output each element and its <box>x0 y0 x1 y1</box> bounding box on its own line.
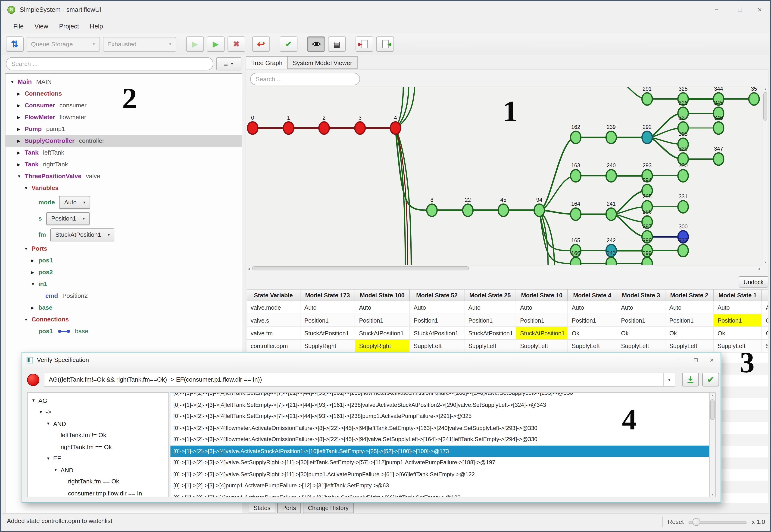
graph-node-94[interactable] <box>534 204 545 216</box>
formula-tree[interactable]: ▼AG▼->▼ANDleftTank.fm != OkrightTank.fm … <box>27 392 169 497</box>
scroll-up-icon[interactable]: ▲ <box>711 394 714 397</box>
formula-tree-item[interactable]: ▼AND <box>28 464 169 476</box>
graph-node-162[interactable] <box>571 131 581 143</box>
graph-node-292[interactable] <box>642 131 652 143</box>
tree-item-variables[interactable]: ▼Variables <box>5 182 242 194</box>
trace-row[interactable]: [0]->[1]->[2]->[3]->[4]leftTank.SetEmpty… <box>170 392 715 399</box>
column-header[interactable]: Model State 100 <box>355 289 410 301</box>
chevron-right-icon[interactable]: ▶ <box>17 162 25 167</box>
watch-button[interactable] <box>307 36 325 52</box>
chevron-down-icon[interactable]: ▼ <box>54 468 61 472</box>
chevron-down-icon[interactable]: ▼ <box>10 80 18 84</box>
chevron-right-icon[interactable]: ▶ <box>17 150 25 155</box>
table-row[interactable]: valve.sPosition1Position1Position1Positi… <box>247 314 768 327</box>
chevron-down-icon[interactable]: ▼ <box>39 410 46 414</box>
title-bar[interactable]: SimpleSystem - smartlflowUI − □ × <box>1 1 770 19</box>
graph-node-330[interactable] <box>678 170 688 182</box>
chevron-right-icon[interactable]: ▶ <box>17 115 25 119</box>
chevron-right-icon[interactable]: ▶ <box>17 139 25 143</box>
scroll-down-icon[interactable]: ▼ <box>764 261 767 264</box>
column-header[interactable]: Model State 10 <box>516 289 568 301</box>
undo-button[interactable]: ↩ <box>252 36 270 52</box>
tree-item-pos1[interactable]: ▶pos1 <box>5 255 242 266</box>
tree-item-base[interactable]: ▶base <box>5 302 242 314</box>
tree-item-s[interactable]: sPosition1▼ <box>5 210 242 227</box>
scroll-up-icon[interactable]: ▲ <box>764 88 767 91</box>
tree-item-ports[interactable]: ▼Ports <box>5 243 242 255</box>
menu-project[interactable]: Project <box>54 23 84 30</box>
menu-view[interactable]: View <box>29 23 53 30</box>
dropdown-fm[interactable]: StuckAtPosition1▼ <box>50 228 115 241</box>
graph-node-4[interactable] <box>390 122 401 134</box>
formula-tree-item[interactable]: ▼AND <box>28 418 169 429</box>
chevron-right-icon[interactable]: ▶ <box>17 127 25 131</box>
save-trace-button[interactable] <box>682 373 699 387</box>
graph-node-240[interactable] <box>606 170 616 182</box>
column-header[interactable]: State Variable <box>247 289 300 301</box>
chevron-down-icon[interactable]: ▼ <box>31 282 38 286</box>
tree-item-cmd[interactable]: cmdPosition2 <box>5 290 242 302</box>
graph-vertical-scrollbar[interactable]: ▲ ▼ <box>762 87 768 265</box>
graph-node-35[interactable] <box>749 93 759 105</box>
report-button[interactable]: ▤ <box>328 36 346 52</box>
trace-row[interactable]: [0]->[1]->[2]->[3]->[4]valve.ActivateStu… <box>170 445 715 457</box>
trace-row[interactable]: [0]->[1]->[2]->[3]->[4]pump1.ActivatePum… <box>170 492 715 497</box>
graph-node-45[interactable] <box>498 204 509 216</box>
graph-node-0[interactable] <box>247 122 258 134</box>
tab-system-model-viewer[interactable]: System Model Viewer <box>287 56 358 69</box>
column-header[interactable]: Model State 4 <box>568 289 617 301</box>
formula-tree-item[interactable]: rightTank.fm == Ok <box>28 441 169 453</box>
column-header[interactable]: Model State 173 <box>300 289 355 301</box>
graph-node-347[interactable] <box>713 153 724 165</box>
chevron-right-icon[interactable]: ▶ <box>31 258 38 263</box>
graph-node-243[interactable] <box>606 257 616 265</box>
scroll-right-icon[interactable]: ▶ <box>759 267 761 270</box>
trace-row[interactable]: [0]->[1]->[2]->[3]->[4]valve.SetSupplyRi… <box>170 457 715 469</box>
chevron-down-icon[interactable]: ▼ <box>24 186 31 190</box>
tree-options-button[interactable]: ≡ ▼ <box>216 57 241 70</box>
graph-node-2[interactable] <box>319 122 329 134</box>
state-table[interactable]: valve.modeAutoAutoAutoAutoAutoAutoAutoAu… <box>247 301 768 352</box>
close-button[interactable]: × <box>753 4 766 16</box>
tree-item-pump[interactable]: ▶Pumppump1 <box>5 123 242 135</box>
column-header[interactable]: Model State 52 <box>410 289 464 301</box>
confirm-button[interactable]: ✔ <box>280 36 298 52</box>
chevron-down-icon[interactable]: ▼ <box>46 456 53 461</box>
tree-item-threepositionvalve[interactable]: ▼ThreePositionValvevalve <box>5 170 242 182</box>
tree-item-pos1[interactable]: pos1base <box>5 325 242 337</box>
chevron-down-icon[interactable]: ▼ <box>31 398 38 403</box>
model-combo[interactable]: Queue Storage▼ <box>27 37 100 52</box>
import-button[interactable]: ◀ <box>376 36 394 52</box>
graph-node-291[interactable] <box>642 93 652 105</box>
menu-help[interactable]: Help <box>84 23 109 30</box>
graph-node-241[interactable] <box>606 208 616 220</box>
scroll-down-icon[interactable]: ▼ <box>711 493 714 496</box>
chevron-right-icon[interactable]: ▶ <box>31 305 38 310</box>
graph-node-332[interactable] <box>678 244 688 257</box>
column-header[interactable]: Model State 25 <box>464 289 516 301</box>
graph-search-input[interactable] <box>250 73 360 85</box>
zoom-slider[interactable] <box>689 518 747 526</box>
tree-item-in1[interactable]: ▼in1 <box>5 278 242 290</box>
tree-item-mode[interactable]: modeAuto▼ <box>5 194 242 210</box>
tree-item-fm[interactable]: fmStuckAtPosition1▼ <box>5 227 242 243</box>
strategy-combo[interactable]: Exhausted▼ <box>103 37 176 52</box>
tree-item-pos2[interactable]: ▶pos2 <box>5 266 242 278</box>
specification-combo[interactable]: AG((leftTank.fm!=Ok && rightTank.fm==Ok)… <box>44 373 675 387</box>
graph-node-8[interactable] <box>427 204 437 216</box>
menu-file[interactable]: File <box>8 23 29 30</box>
graph-node-239[interactable] <box>606 131 616 143</box>
dialog-close-button[interactable]: × <box>706 355 718 365</box>
chevron-right-icon[interactable]: ▶ <box>17 103 25 108</box>
list-vertical-scrollbar[interactable]: ▲ ▼ <box>709 393 715 497</box>
export-button[interactable]: ▶ <box>356 36 373 52</box>
table-row[interactable]: controller.opmSupplyRightSupplyRightSupp… <box>247 340 768 352</box>
tree-item-supplycontroller[interactable]: ▶SupplyControllercontroller <box>5 135 242 147</box>
sync-button[interactable]: ⇅ <box>6 36 24 52</box>
formula-tree-item[interactable]: ▼AG <box>28 395 169 406</box>
tab-change-history[interactable]: Change History <box>303 502 354 513</box>
tab-tree-graph[interactable]: Tree Graph <box>246 56 288 69</box>
tree-item-tank[interactable]: ▶TankrightTank <box>5 159 242 170</box>
chevron-down-icon[interactable]: ▼ <box>17 174 25 178</box>
run-button[interactable]: ▶ <box>207 36 225 52</box>
